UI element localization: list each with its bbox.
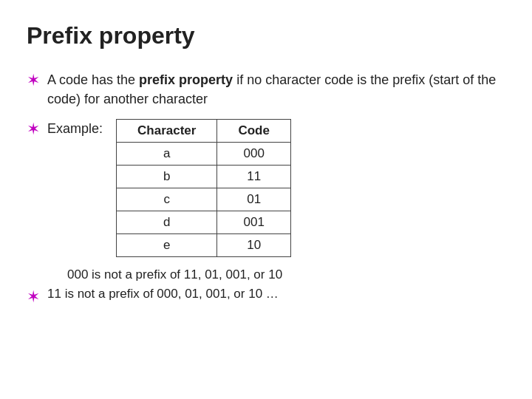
bullet-star-1: ✶	[27, 71, 40, 90]
char-table: Character Code a 000 b 11	[116, 119, 291, 257]
bullet-bold-1: prefix property	[139, 72, 233, 87]
cell-char-c: c	[117, 188, 217, 211]
cell-code-a: 000	[217, 143, 291, 166]
table-row: a 000	[117, 143, 291, 166]
page-title: Prefix property	[27, 22, 505, 50]
table-header-row: Character Code	[117, 120, 291, 143]
table-row: e 10	[117, 234, 291, 257]
page: Prefix property ✶ A code has the prefix …	[0, 0, 532, 399]
sub-note-item-2: ✶ 11 is not a prefix of 000, 01, 001, or…	[27, 287, 505, 307]
cell-code-c: 01	[217, 188, 291, 211]
table-row: b 11	[117, 166, 291, 188]
bullet-text-1: A code has the prefix property if no cha…	[47, 72, 496, 106]
cell-char-a: a	[117, 143, 217, 166]
bullet-content-1: A code has the prefix property if no cha…	[47, 70, 505, 109]
table-row: c 01	[117, 188, 291, 211]
bullet-star-3: ✶	[27, 287, 40, 307]
bullet-content-2: Example: Character Code a 000	[47, 119, 505, 257]
table-row: d 001	[117, 211, 291, 234]
sub-notes: 000 is not a prefix of 11, 01, 001, or 1…	[27, 267, 505, 307]
sub-note-1: 000 is not a prefix of 11, 01, 001, or 1…	[67, 267, 505, 282]
example-block: Example: Character Code a 000	[47, 119, 505, 257]
cell-char-e: e	[117, 234, 217, 257]
cell-char-d: d	[117, 211, 217, 234]
cell-code-d: 001	[217, 211, 291, 234]
bullet-item-1: ✶ A code has the prefix property if no c…	[27, 70, 505, 109]
cell-char-b: b	[117, 166, 217, 188]
table-body: a 000 b 11 c 01	[117, 143, 291, 257]
cell-code-b: 11	[217, 166, 291, 188]
bullet-star-2: ✶	[27, 120, 40, 139]
cell-code-e: 10	[217, 234, 291, 257]
sub-note-2: 11 is not a prefix of 000, 01, 001, or 1…	[47, 287, 279, 301]
example-label: Example:	[47, 119, 103, 138]
col-header-code: Code	[217, 120, 291, 143]
bullet-item-2: ✶ Example: Character Code a	[27, 119, 505, 257]
bullet-list: ✶ A code has the prefix property if no c…	[27, 70, 505, 257]
table-head: Character Code	[117, 120, 291, 143]
bullet-text-before-1: A code has the	[47, 72, 139, 87]
col-header-character: Character	[117, 120, 217, 143]
